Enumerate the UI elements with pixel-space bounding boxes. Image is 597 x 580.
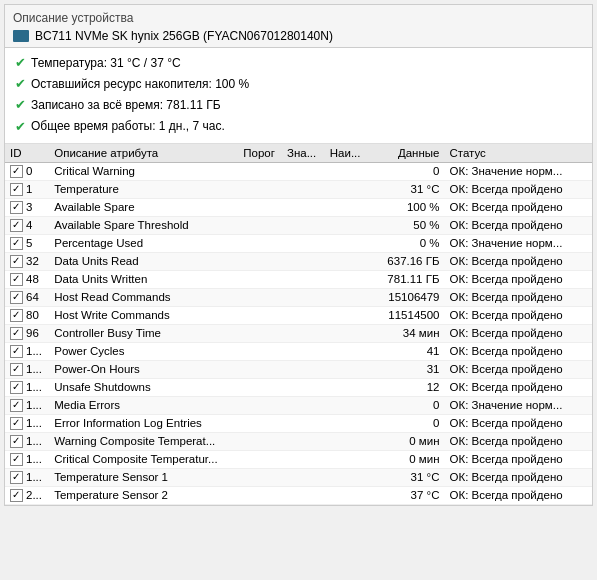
status-row-resource: ✔ Оставшийся ресурс накопителя: 100 %	[15, 75, 584, 93]
row-checkbox[interactable]	[10, 327, 23, 340]
table-row[interactable]: 80Host Write Commands11514500ОК: Всегда …	[5, 306, 592, 324]
cell-nai	[321, 468, 365, 486]
row-id-text: 1...	[26, 471, 42, 483]
table-row[interactable]: 2...Temperature Sensor 237 °CОК: Всегда …	[5, 486, 592, 504]
table-row[interactable]: 1...Warning Composite Temperat...0 минОК…	[5, 432, 592, 450]
cell-status: ОК: Всегда пройдено	[445, 468, 593, 486]
row-id-text: 80	[26, 309, 39, 321]
row-id-text: 4	[26, 219, 32, 231]
row-checkbox[interactable]	[10, 417, 23, 430]
cell-desc: Media Errors	[49, 396, 233, 414]
row-checkbox[interactable]	[10, 255, 23, 268]
cell-threshold	[234, 342, 280, 360]
row-checkbox[interactable]	[10, 183, 23, 196]
row-id-text: 64	[26, 291, 39, 303]
cell-threshold	[234, 234, 280, 252]
row-checkbox[interactable]	[10, 363, 23, 376]
cell-nai	[321, 198, 365, 216]
table-row[interactable]: 96Controller Busy Time34 минОК: Всегда п…	[5, 324, 592, 342]
cell-data: 0 %	[366, 234, 445, 252]
cell-zna	[280, 252, 321, 270]
cell-id: 1	[5, 180, 49, 198]
cell-id: 1...	[5, 468, 49, 486]
table-row[interactable]: 1...Error Information Log Entries0ОК: Вс…	[5, 414, 592, 432]
cell-id: 2...	[5, 486, 49, 504]
table-row[interactable]: 32Data Units Read637.16 ГБОК: Всегда про…	[5, 252, 592, 270]
cell-data: 12	[366, 378, 445, 396]
status-section: ✔ Температура: 31 °C / 37 °C ✔ Оставшийс…	[5, 48, 592, 144]
row-checkbox[interactable]	[10, 453, 23, 466]
check-icon-2: ✔	[15, 75, 26, 93]
row-checkbox[interactable]	[10, 489, 23, 502]
row-checkbox[interactable]	[10, 471, 23, 484]
table-row[interactable]: 0Critical Warning0ОК: Значение норм...	[5, 162, 592, 180]
cell-desc: Data Units Written	[49, 270, 233, 288]
table-row[interactable]: 48Data Units Written781.11 ГБОК: Всегда …	[5, 270, 592, 288]
cell-desc: Temperature Sensor 1	[49, 468, 233, 486]
row-id-text: 1...	[26, 363, 42, 375]
cell-nai	[321, 414, 365, 432]
row-checkbox[interactable]	[10, 273, 23, 286]
row-checkbox[interactable]	[10, 219, 23, 232]
table-row[interactable]: 1...Power Cycles41ОК: Всегда пройдено	[5, 342, 592, 360]
cell-id: 32	[5, 252, 49, 270]
status-text-1: Температура: 31 °C / 37 °C	[31, 55, 181, 72]
cell-nai	[321, 324, 365, 342]
cell-nai	[321, 306, 365, 324]
cell-zna	[280, 288, 321, 306]
row-checkbox[interactable]	[10, 435, 23, 448]
cell-zna	[280, 432, 321, 450]
col-header-nai: Наи...	[321, 144, 365, 163]
cell-nai	[321, 270, 365, 288]
cell-status: ОК: Всегда пройдено	[445, 216, 593, 234]
row-id-text: 1...	[26, 453, 42, 465]
cell-threshold	[234, 324, 280, 342]
row-id-text: 1...	[26, 399, 42, 411]
cell-zna	[280, 324, 321, 342]
table-row[interactable]: 1...Media Errors0ОК: Значение норм...	[5, 396, 592, 414]
table-row[interactable]: 3Available Spare100 %ОК: Всегда пройдено	[5, 198, 592, 216]
table-row[interactable]: 1...Power-On Hours31ОК: Всегда пройдено	[5, 360, 592, 378]
table-row[interactable]: 1...Temperature Sensor 131 °CОК: Всегда …	[5, 468, 592, 486]
cell-threshold	[234, 486, 280, 504]
table-row[interactable]: 1...Critical Composite Temperatur...0 ми…	[5, 450, 592, 468]
cell-status: ОК: Значение норм...	[445, 162, 593, 180]
cell-status: ОК: Всегда пройдено	[445, 450, 593, 468]
cell-threshold	[234, 216, 280, 234]
device-header: Описание устройства BC711 NVMe SK hynix …	[5, 5, 592, 48]
cell-data: 15106479	[366, 288, 445, 306]
row-checkbox[interactable]	[10, 345, 23, 358]
status-text-4: Общее время работы: 1 дн., 7 час.	[31, 118, 225, 135]
cell-threshold	[234, 360, 280, 378]
cell-zna	[280, 414, 321, 432]
cell-id: 5	[5, 234, 49, 252]
col-header-data: Данные	[366, 144, 445, 163]
cell-id: 1...	[5, 342, 49, 360]
cell-threshold	[234, 162, 280, 180]
row-checkbox[interactable]	[10, 291, 23, 304]
table-row[interactable]: 1...Unsafe Shutdowns12ОК: Всегда пройден…	[5, 378, 592, 396]
cell-id: 80	[5, 306, 49, 324]
row-id-text: 1...	[26, 417, 42, 429]
cell-threshold	[234, 414, 280, 432]
table-row[interactable]: 64Host Read Commands15106479ОК: Всегда п…	[5, 288, 592, 306]
row-checkbox[interactable]	[10, 309, 23, 322]
cell-data: 0 мин	[366, 432, 445, 450]
row-checkbox[interactable]	[10, 399, 23, 412]
row-checkbox[interactable]	[10, 201, 23, 214]
drive-icon	[13, 30, 29, 42]
status-text-3: Записано за всё время: 781.11 ГБ	[31, 97, 221, 114]
cell-data: 0	[366, 414, 445, 432]
cell-desc: Controller Busy Time	[49, 324, 233, 342]
section-title: Описание устройства	[13, 11, 584, 25]
row-checkbox[interactable]	[10, 237, 23, 250]
cell-desc: Available Spare	[49, 198, 233, 216]
table-row[interactable]: 1Temperature31 °CОК: Всегда пройдено	[5, 180, 592, 198]
table-row[interactable]: 5Percentage Used0 %ОК: Значение норм...	[5, 234, 592, 252]
row-checkbox[interactable]	[10, 381, 23, 394]
table-row[interactable]: 4Available Spare Threshold50 %ОК: Всегда…	[5, 216, 592, 234]
row-checkbox[interactable]	[10, 165, 23, 178]
cell-status: ОК: Всегда пройдено	[445, 486, 593, 504]
cell-desc: Power Cycles	[49, 342, 233, 360]
cell-nai	[321, 378, 365, 396]
